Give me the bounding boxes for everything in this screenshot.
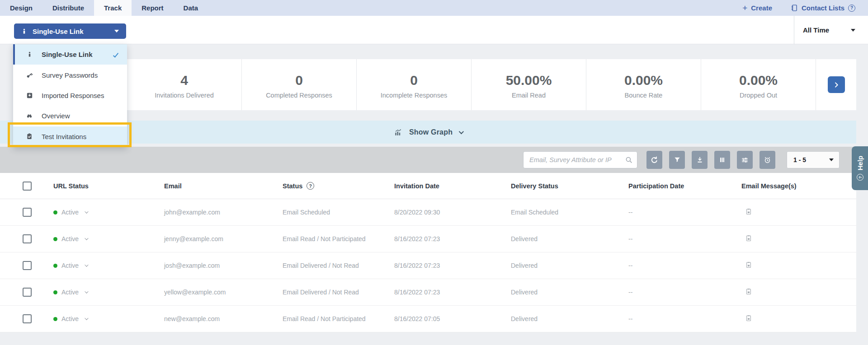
stat-invitations-delivered: 4 Invitations Delivered xyxy=(127,59,242,110)
notebook-icon xyxy=(790,4,798,12)
stats-panel: 4 Invitations Delivered 0 Completed Resp… xyxy=(127,59,856,110)
row-checkbox[interactable] xyxy=(23,261,32,270)
columns-icon xyxy=(719,156,726,163)
search-box xyxy=(523,151,637,168)
header-delivery-status[interactable]: Delivery Status xyxy=(511,182,628,190)
url-status-cell[interactable]: Active xyxy=(53,289,164,296)
row-checkbox[interactable] xyxy=(23,208,32,217)
stat-value: 50.00% xyxy=(506,72,552,89)
email-message-icon[interactable] xyxy=(745,234,752,242)
active-status-dot xyxy=(53,210,57,214)
stat-value: 0.00% xyxy=(624,72,663,89)
menu-item-single-use-link[interactable]: Single-Use Link xyxy=(13,44,127,65)
menu-item-overview[interactable]: Overview xyxy=(13,106,127,126)
url-status-label: Active xyxy=(61,262,79,269)
email-message-icon[interactable] xyxy=(745,207,752,216)
filter-button[interactable] xyxy=(669,151,685,169)
columns-button[interactable] xyxy=(714,151,730,169)
next-stats-button[interactable] xyxy=(828,76,845,93)
header-participation-date[interactable]: Participation Date xyxy=(628,182,741,190)
help-label: Help xyxy=(856,156,864,171)
alarm-clock-icon xyxy=(764,156,771,164)
row-checkbox[interactable] xyxy=(23,234,32,243)
help-tab[interactable]: ? Help xyxy=(852,146,868,190)
audience-dropdown-menu: Single-Use Link Survey Passwords Importe… xyxy=(13,44,127,147)
download-button[interactable] xyxy=(692,151,708,169)
stat-value: 4 xyxy=(180,72,188,89)
header-email[interactable]: Email xyxy=(164,182,283,190)
select-all-checkbox[interactable] xyxy=(23,182,32,191)
show-graph-toggle[interactable]: Show Graph xyxy=(0,121,856,144)
adjust-settings-button[interactable] xyxy=(737,151,753,169)
menu-item-test-invitations[interactable]: Test Invitations xyxy=(13,126,127,147)
menu-item-imported-responses[interactable]: Imported Responses xyxy=(13,85,127,106)
create-label: Create xyxy=(751,4,772,12)
url-status-cell[interactable]: Active xyxy=(53,262,164,269)
participation-date-cell: -- xyxy=(628,289,741,296)
url-status-cell[interactable]: Active xyxy=(53,209,164,216)
chevron-right-icon xyxy=(833,81,840,89)
help-question-icon[interactable]: ? xyxy=(848,5,855,12)
email-cell: john@example.com xyxy=(164,209,283,216)
stat-label: Bounce Rate xyxy=(625,92,663,99)
person-icon xyxy=(25,51,34,58)
divider xyxy=(794,16,794,44)
tab-track[interactable]: Track xyxy=(94,0,132,16)
email-message-icon[interactable] xyxy=(745,287,752,296)
email-cell: josh@example.com xyxy=(164,262,283,269)
check-icon xyxy=(113,51,118,57)
url-status-label: Active xyxy=(61,315,79,322)
status-cell: Email Scheduled xyxy=(283,209,394,216)
create-button[interactable]: + Create xyxy=(742,4,772,12)
header-invitation-date[interactable]: Invitation Date xyxy=(394,182,511,190)
active-status-dot xyxy=(53,290,57,294)
header-status-label: Status xyxy=(283,182,302,190)
url-status-cell[interactable]: Active xyxy=(53,235,164,242)
stat-email-read: 50.00% Email Read xyxy=(472,59,586,110)
status-help-icon[interactable]: ? xyxy=(307,182,314,190)
search-icon[interactable] xyxy=(625,156,633,164)
invitation-date-cell: 8/16/2022 07:23 xyxy=(394,289,511,296)
chevron-down-icon xyxy=(851,29,855,32)
stat-label: Dropped Out xyxy=(740,92,777,99)
stat-value: 0.00% xyxy=(739,72,778,89)
status-cell: Email Delivered / Not Read xyxy=(283,289,394,296)
menu-item-survey-passwords[interactable]: Survey Passwords xyxy=(13,65,127,85)
url-status-cell[interactable]: Active xyxy=(53,315,164,322)
invitation-date-cell: 8/16/2022 07:05 xyxy=(394,315,511,322)
contact-lists-button[interactable]: Contact Lists ? xyxy=(790,4,855,12)
status-cell: Email Delivered / Not Read xyxy=(283,262,394,269)
refresh-button[interactable] xyxy=(646,151,662,169)
header-url-status[interactable]: URL Status xyxy=(53,182,164,190)
chart-icon xyxy=(394,128,403,136)
tab-data[interactable]: Data xyxy=(174,0,208,16)
page-range-label: 1 - 5 xyxy=(793,156,806,163)
plus-icon: + xyxy=(742,4,747,12)
table-row: Active new@example.com Email Read / Not … xyxy=(0,306,856,332)
tab-design[interactable]: Design xyxy=(0,0,42,16)
search-input[interactable] xyxy=(523,151,637,168)
filter-icon xyxy=(674,156,681,163)
status-cell: Email Read / Not Participated xyxy=(283,315,394,322)
header-status[interactable]: Status ? xyxy=(283,182,394,190)
tab-report[interactable]: Report xyxy=(132,0,173,16)
active-status-dot xyxy=(53,264,57,268)
row-checkbox[interactable] xyxy=(23,288,32,297)
header-email-messages[interactable]: Email Message(s) xyxy=(741,182,856,190)
row-checkbox[interactable] xyxy=(23,314,32,323)
person-icon xyxy=(21,28,27,35)
stat-incomplete-responses: 0 Incomplete Responses xyxy=(357,59,472,110)
app-screen: Design Distribute Track Report Data + Cr… xyxy=(0,0,868,345)
chevron-down-icon xyxy=(85,210,88,213)
schedule-button[interactable] xyxy=(760,151,775,169)
delivery-status-cell: Delivered xyxy=(511,289,628,296)
time-filter-dropdown[interactable]: All Time xyxy=(803,16,855,44)
page-range-select[interactable]: 1 - 5 xyxy=(787,151,840,168)
tab-distribute[interactable]: Distribute xyxy=(42,0,94,16)
email-message-icon[interactable] xyxy=(745,314,752,322)
email-message-icon[interactable] xyxy=(745,261,752,269)
stat-bounce-rate: 0.00% Bounce Rate xyxy=(586,59,701,110)
chevron-down-icon xyxy=(459,129,464,134)
top-navigation: Design Distribute Track Report Data + Cr… xyxy=(0,0,868,16)
audience-selector-button[interactable]: Single-Use Link xyxy=(14,23,126,39)
